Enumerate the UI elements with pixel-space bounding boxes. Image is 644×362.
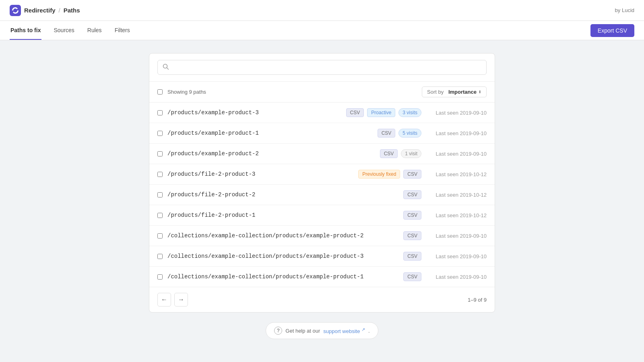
table-row: /collections/example-collection/products… [149, 267, 495, 287]
row-checkbox[interactable] [157, 254, 163, 259]
tag-visits: 5 visits [398, 129, 421, 138]
row-path: /products/example-product-1 [167, 130, 373, 136]
search-wrapper [157, 60, 487, 75]
tag-csv: CSV [403, 231, 421, 240]
tag-csv: CSV [403, 272, 421, 281]
row-tags: CSV [403, 231, 421, 240]
main-content: Showing 9 paths Sort by Importance ⬍ /pr… [0, 40, 644, 362]
row-last-seen: Last seen 2019-09-10 [426, 130, 487, 136]
row-last-seen: Last seen 2019-10-12 [426, 192, 487, 198]
support-link[interactable]: support website ↗ [323, 327, 365, 334]
tag-csv: CSV [403, 252, 421, 261]
topbar: Redirectify / Paths by Lucid [0, 0, 644, 21]
row-path: /products/example-product-3 [167, 109, 341, 116]
row-last-seen: Last seen 2019-09-10 [426, 110, 487, 116]
tag-previously-fixed: Previously fixed [358, 170, 400, 179]
search-icon [163, 64, 169, 71]
sort-button[interactable]: Sort by Importance ⬍ [422, 86, 487, 97]
brand-icon [10, 5, 21, 16]
tag-csv: CSV [346, 108, 364, 117]
pagination-range: 1–9 of 9 [468, 297, 487, 303]
external-link-icon: ↗ [361, 327, 365, 332]
row-last-seen: Last seen 2019-09-10 [426, 253, 487, 259]
pagination-buttons: ← → [157, 293, 188, 306]
row-checkbox[interactable] [157, 192, 163, 197]
row-tags: CSV5 visits [378, 129, 421, 138]
row-path: /collections/example-collection/products… [167, 274, 398, 280]
topbar-user: by Lucid [615, 7, 634, 13]
row-checkbox[interactable] [157, 213, 163, 218]
search-input[interactable] [173, 64, 481, 71]
tag-proactive: Proactive [367, 108, 395, 117]
sort-label: Sort by [427, 89, 444, 95]
row-tags: CSVProactive3 visits [346, 108, 421, 117]
row-checkbox[interactable] [157, 172, 163, 177]
topbar-left: Redirectify / Paths [10, 5, 80, 16]
row-tags: CSV [403, 190, 421, 199]
select-all-checkbox[interactable] [157, 89, 163, 95]
row-last-seen: Last seen 2019-09-10 [426, 233, 487, 239]
row-checkbox[interactable] [157, 274, 163, 280]
row-tags: CSV1 visit [380, 149, 421, 158]
row-path: /products/file-2-product-2 [167, 191, 398, 198]
table-row: /collections/example-collection/products… [149, 246, 495, 267]
help-icon: ? [274, 327, 282, 335]
table-rows-container: /products/example-product-3CSVProactive3… [149, 103, 495, 287]
tab-filters[interactable]: Filters [114, 21, 131, 40]
row-path: /products/file-2-product-3 [167, 171, 353, 177]
table-row: /products/file-2-product-3Previously fix… [149, 164, 495, 185]
footer: ? Get help at our support website ↗ . [13, 313, 631, 349]
row-checkbox[interactable] [157, 131, 163, 136]
tag-csv: CSV [403, 170, 421, 179]
tag-visits: 1 visit [401, 149, 421, 158]
sort-value: Importance [448, 89, 477, 95]
table-row: /collections/example-collection/products… [149, 226, 495, 246]
showing-text: Showing 9 paths [167, 89, 206, 95]
brand-name: Redirectify [24, 7, 56, 14]
row-checkbox[interactable] [157, 233, 163, 239]
export-csv-button[interactable]: Export CSV [590, 24, 634, 37]
row-tags: CSV [403, 252, 421, 261]
row-last-seen: Last seen 2019-09-10 [426, 274, 487, 280]
table-row: /products/file-2-product-2CSVLast seen 2… [149, 185, 495, 205]
row-tags: CSV [403, 272, 421, 281]
tab-rules[interactable]: Rules [87, 21, 103, 40]
footer-inner: ? Get help at our support website ↗ . [266, 322, 378, 339]
table-row: /products/file-2-product-1CSVLast seen 2… [149, 205, 495, 226]
breadcrumb-separator: / [59, 7, 60, 14]
table-header-row: Showing 9 paths Sort by Importance ⬍ [149, 82, 495, 103]
tag-csv: CSV [403, 211, 421, 220]
table-row: /products/example-product-1CSV5 visitsLa… [149, 123, 495, 144]
row-path: /products/example-product-2 [167, 150, 375, 157]
pagination-row: ← → 1–9 of 9 [149, 287, 495, 312]
row-path: /collections/example-collection/products… [167, 232, 398, 239]
row-last-seen: Last seen 2019-10-12 [426, 171, 487, 177]
tab-sources[interactable]: Sources [53, 21, 75, 40]
search-row [149, 53, 495, 82]
svg-line-1 [167, 68, 169, 70]
row-checkbox[interactable] [157, 110, 163, 115]
table-row: /products/example-product-3CSVProactive3… [149, 103, 495, 123]
row-checkbox[interactable] [157, 151, 163, 156]
paths-card: Showing 9 paths Sort by Importance ⬍ /pr… [149, 53, 495, 313]
breadcrumb-current: Paths [64, 7, 80, 14]
next-page-button[interactable]: → [174, 293, 188, 306]
support-link-label: support website [323, 328, 360, 334]
sort-chevron-icon: ⬍ [478, 90, 481, 94]
row-tags: CSV [403, 211, 421, 220]
row-last-seen: Last seen 2019-09-10 [426, 151, 487, 157]
row-path: /products/file-2-product-1 [167, 212, 398, 218]
navtabs-left: Paths to fix Sources Rules Filters [10, 21, 131, 40]
tab-paths-to-fix[interactable]: Paths to fix [10, 21, 41, 40]
prev-page-button[interactable]: ← [157, 293, 171, 306]
row-path: /collections/example-collection/products… [167, 253, 398, 259]
tag-visits: 3 visits [398, 108, 421, 117]
navtabs: Paths to fix Sources Rules Filters Expor… [0, 21, 644, 40]
tag-csv: CSV [378, 129, 396, 138]
tag-csv: CSV [403, 190, 421, 199]
tag-csv: CSV [380, 149, 398, 158]
row-tags: Previously fixedCSV [358, 170, 421, 179]
footer-help-text: Get help at our [285, 328, 320, 334]
footer-period: . [368, 328, 370, 334]
table-row: /products/example-product-2CSV1 visitLas… [149, 144, 495, 164]
